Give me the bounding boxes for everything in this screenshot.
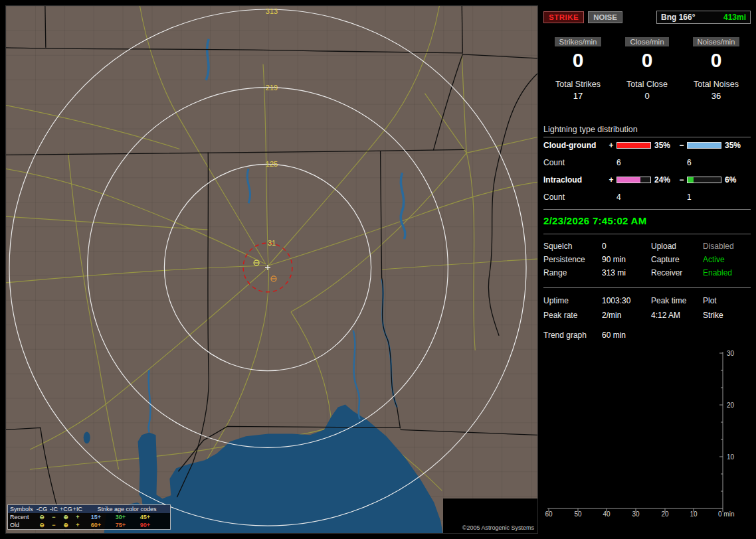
intracloud-row: Intracloud + 24% − 6% <box>543 172 751 188</box>
trend-tick-labels: 30 20 10 60 50 40 30 20 10 0 min <box>545 350 734 518</box>
neg-ic-icon: − <box>48 521 60 529</box>
persistence-label: Persistence <box>543 253 602 266</box>
x-tick-50: 50 <box>574 510 582 518</box>
trend-graph-header: Trend graph 60 min <box>543 331 751 341</box>
capture-label: Capture <box>651 253 703 266</box>
counters-block: Strikes/min 0 Total Strikes 17 Close/min… <box>543 37 751 101</box>
plot-value: Strike <box>703 308 751 323</box>
total-close-value: 0 <box>613 91 682 101</box>
cg-negative-pct: 35% <box>721 141 751 150</box>
age-code: 75+ <box>108 521 133 529</box>
y-tick-30: 30 <box>727 350 735 357</box>
persistence-value: 90 min <box>602 253 651 266</box>
noises-per-min-value: 0 <box>682 49 751 72</box>
legend-row-label: Recent <box>8 513 36 521</box>
cg-positive-count: 6 <box>616 158 687 167</box>
neg-cg-icon: ⊖ <box>36 521 48 529</box>
stats-grid: Uptime 1003:30 Peak time Plot Peak rate … <box>543 293 751 323</box>
legend-col-neg-cg: -CG <box>36 505 48 513</box>
uptime-label: Uptime <box>543 293 602 308</box>
lightning-map[interactable]: 313 219 125 31 Symbols -CG -IC +CG +IC S… <box>5 5 538 534</box>
cloud-ground-label: Cloud-ground <box>543 141 606 150</box>
total-close-label: Total Close <box>613 80 682 89</box>
bearing-label: Bng 166° <box>661 13 695 22</box>
divider <box>543 287 751 288</box>
pos-ic-icon: + <box>72 513 84 521</box>
total-strikes-value: 17 <box>543 91 613 101</box>
receiver-label: Receiver <box>651 266 703 279</box>
capture-status: Active <box>703 253 751 266</box>
ring-label-313: 313 <box>266 7 278 15</box>
peak-time-label: Peak time <box>651 293 703 308</box>
legend-col-pos-cg: +CG <box>60 505 72 513</box>
uptime-value: 1003:30 <box>602 293 651 308</box>
plot-mode-row: STRIKE NOISE Bng 166° 413mi <box>543 11 751 24</box>
legend-row-old: Old ⊖ − ⊕ + 60+ 75+ 90+ <box>8 521 170 529</box>
intracloud-count-row: Count 4 1 <box>543 188 751 206</box>
ic-negative-pct: 6% <box>721 175 751 185</box>
upload-label: Upload <box>651 240 703 253</box>
datetime-display: 2/23/2026 7:45:02 AM <box>543 215 751 228</box>
squelch-value: 0 <box>602 240 651 253</box>
divider <box>543 209 751 210</box>
neg-ic-icon: − <box>48 513 60 521</box>
legend-col-neg-ic: -IC <box>48 505 60 513</box>
upload-status: Disabled <box>703 240 751 253</box>
age-code: 60+ <box>84 521 108 529</box>
distribution-title: Lightning type distribution <box>543 125 751 137</box>
plus-sign: + <box>606 175 616 185</box>
legend-col-pos-ic: +IC <box>72 505 84 513</box>
y-tick-20: 20 <box>727 402 735 409</box>
copyright-text: ©2005 Astrogenic Systems <box>443 499 537 533</box>
ic-negative-count: 1 <box>687 193 751 202</box>
trend-window-value: 60 min <box>602 331 751 341</box>
strikes-per-min-value: 0 <box>543 49 613 72</box>
ic-positive-bar <box>616 177 651 183</box>
squelch-label: Squelch <box>543 240 602 253</box>
ic-positive-fill <box>617 177 640 183</box>
age-code: 30+ <box>108 513 133 521</box>
divider <box>543 234 751 234</box>
x-tick-0-min: 0 min <box>718 510 734 518</box>
x-tick-10: 10 <box>690 510 698 518</box>
intracloud-label: Intracloud <box>543 175 606 185</box>
legend-symbols-header: Symbols <box>8 505 36 513</box>
noise-button[interactable]: NOISE <box>588 11 622 23</box>
legend-header: Symbols -CG -IC +CG +IC Strike age color… <box>8 505 170 513</box>
plus-sign: + <box>606 141 616 150</box>
bearing-display: Bng 166° 413mi <box>656 11 751 24</box>
age-code: 90+ <box>133 521 157 529</box>
ic-positive-pct: 24% <box>651 175 676 185</box>
trend-graph: 30 20 10 60 50 40 30 20 10 0 min <box>543 343 751 526</box>
x-tick-30: 30 <box>632 510 640 518</box>
neg-cg-icon: ⊖ <box>36 513 48 521</box>
plot-label: Plot <box>703 293 751 308</box>
close-per-min-button[interactable]: Close/min <box>625 37 668 46</box>
close-per-min-value: 0 <box>613 49 682 72</box>
strikes-column: Strikes/min 0 Total Strikes 17 <box>543 37 613 101</box>
cg-negative-fill <box>688 143 721 148</box>
legend-row-recent: Recent ⊖ − ⊕ + 15+ 30+ 45+ <box>8 513 170 521</box>
noises-per-min-button[interactable]: Noises/min <box>693 37 740 46</box>
age-code: 45+ <box>133 513 157 521</box>
minus-sign: − <box>676 141 687 150</box>
trend-graph-label: Trend graph <box>543 331 602 341</box>
count-label: Count <box>543 193 616 202</box>
ic-positive-count: 4 <box>616 193 687 202</box>
trend-axes <box>547 352 723 508</box>
strikes-per-min-button[interactable]: Strikes/min <box>555 37 602 46</box>
total-noises-value: 36 <box>682 91 751 101</box>
legend-age-header: Strike age color codes <box>84 505 170 513</box>
receiver-status: Enabled <box>703 266 751 279</box>
ic-negative-fill <box>688 177 694 183</box>
settings-grid: Squelch 0 Upload Disabled Persistence 90… <box>543 240 751 279</box>
ic-negative-bar <box>687 177 721 183</box>
count-label: Count <box>543 158 616 167</box>
peak-time-value: 4:12 AM <box>651 308 703 323</box>
cg-positive-fill <box>617 143 650 148</box>
map-svg: 313 219 125 31 <box>6 6 537 533</box>
y-tick-10: 10 <box>727 453 735 461</box>
pos-ic-icon: + <box>72 521 84 529</box>
cloud-ground-count-row: Count 6 6 <box>543 153 751 172</box>
strike-button[interactable]: STRIKE <box>543 11 584 23</box>
